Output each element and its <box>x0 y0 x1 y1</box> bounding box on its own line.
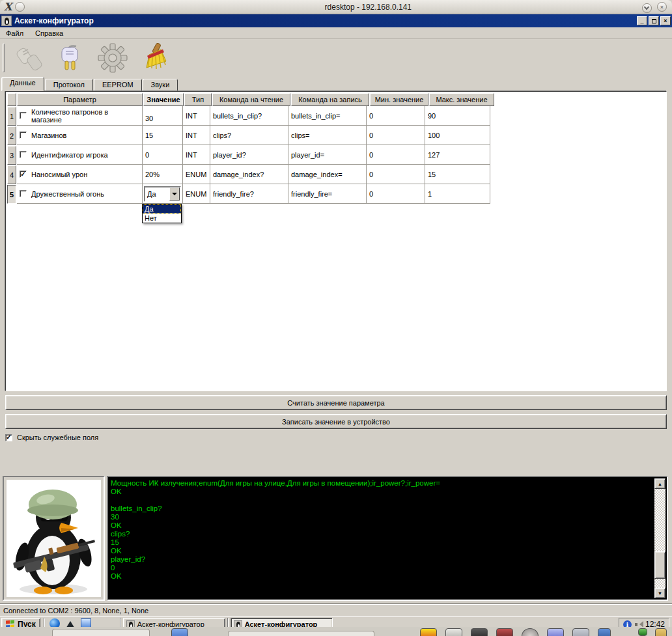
read-cmd-cell: bullets_in_clip? <box>210 106 288 126</box>
tab-data[interactable]: Данные <box>1 77 44 91</box>
wm-close-button[interactable]: × <box>657 2 667 12</box>
combobox-drop-button[interactable] <box>169 187 180 200</box>
host-window-fragment <box>52 629 150 636</box>
header-corner <box>7 93 16 106</box>
write-cmd-cell: clips= <box>288 126 367 145</box>
read-cmd-cell: player_id? <box>210 145 288 165</box>
close-button[interactable]: × <box>660 16 671 25</box>
host-icon[interactable] <box>547 628 564 636</box>
type-cell: ENUM <box>183 184 210 204</box>
type-cell: INT <box>183 106 210 126</box>
host-panel-strip <box>0 627 672 636</box>
header-min[interactable]: Мин. значение <box>370 93 428 106</box>
value-cell: Да <box>143 184 183 204</box>
header-type[interactable]: Тип <box>184 93 212 106</box>
type-cell: ENUM <box>183 165 210 184</box>
value-cell[interactable]: 15 <box>143 126 183 145</box>
host-window-fragment <box>228 631 374 636</box>
table-row: 1 Количество патронов в магазине 30 INT … <box>7 106 495 126</box>
toolbar <box>0 39 672 77</box>
write-cmd-cell: bullets_in_clip= <box>288 106 367 126</box>
param-label: Количество патронов в магазине <box>31 108 139 124</box>
param-cell[interactable]: Идентификатор игрока <box>17 145 143 165</box>
row-checkbox[interactable] <box>20 131 27 139</box>
parameters-table: Параметр Значение Тип Команда на чтение … <box>7 93 495 204</box>
max-cell: 1 <box>425 184 490 204</box>
host-icon[interactable] <box>445 628 462 636</box>
value-cell[interactable]: 0 <box>143 145 183 165</box>
row-number-selected[interactable]: 5 <box>7 185 16 204</box>
host-icon[interactable] <box>496 628 513 636</box>
header-read-cmd[interactable]: Команда на чтение <box>212 93 290 106</box>
hide-fields-checkbox[interactable]: ✓ <box>5 434 12 441</box>
row-number[interactable]: 3 <box>7 146 16 165</box>
gear-settings-icon <box>98 43 128 73</box>
dropdown-option-no[interactable]: Нет <box>143 214 181 223</box>
scrollbar-thumb[interactable] <box>654 551 665 579</box>
terminal-scrollbar[interactable]: ▲ ▼ <box>654 478 665 598</box>
param-cell[interactable]: Магазинов <box>17 126 143 145</box>
menu-help[interactable]: Справка <box>29 28 69 38</box>
param-cell[interactable]: Количество патронов в магазине <box>17 106 143 126</box>
write-cmd-cell: damage_index= <box>288 165 367 184</box>
min-cell: 0 <box>367 126 425 145</box>
settings-button[interactable] <box>96 42 130 74</box>
chevron-down-icon <box>172 193 177 198</box>
app-title: Аскет-конфигуратор <box>14 16 94 25</box>
row-checkbox[interactable] <box>20 190 27 197</box>
restore-button[interactable] <box>649 16 659 25</box>
row-number[interactable]: 4 <box>7 165 16 184</box>
scroll-down-icon[interactable]: ▼ <box>654 588 665 598</box>
status-bar: Connected to COM2 : 9600, 8, None, 1, No… <box>0 604 672 616</box>
value-combobox[interactable]: Да <box>144 186 181 202</box>
terminal-log: Мощность ИК излучения;enum(Для игры на у… <box>107 476 668 601</box>
row-checkbox[interactable] <box>20 151 27 158</box>
combobox-value: Да <box>145 190 169 198</box>
header-param[interactable]: Параметр <box>17 93 143 106</box>
dropdown-option-yes[interactable]: Да <box>143 204 181 214</box>
wm-shade-button[interactable] <box>642 3 652 13</box>
host-icon[interactable] <box>522 628 539 636</box>
wm-title: rdesktop - 192.168.0.141 <box>0 3 626 12</box>
tab-protocol[interactable]: Протокол <box>45 79 93 91</box>
read-cmd-cell: clips? <box>210 126 288 145</box>
row-number[interactable]: 1 <box>7 107 16 126</box>
host-icon[interactable] <box>471 628 488 636</box>
minimize-button[interactable]: _ <box>637 16 647 25</box>
menu-bar: Файл Справка <box>0 27 672 39</box>
row-checkbox-checked[interactable]: ✓ <box>20 171 27 178</box>
connection-status: Connected to COM2 : 9600, 8, None, 1, No… <box>3 607 148 615</box>
clear-button[interactable] <box>137 42 171 74</box>
read-cmd-cell: friendly_fire? <box>210 184 288 204</box>
host-icon[interactable] <box>572 628 589 636</box>
read-parameter-button[interactable]: Считать значение параметра <box>5 395 667 410</box>
toolbar-grip[interactable] <box>3 44 5 72</box>
host-icon[interactable] <box>420 628 437 636</box>
remote-taskbar: Пуск Аскет-конфигуратор Аскет-конфигурат… <box>0 616 672 627</box>
tab-sounds[interactable]: Звуки <box>143 79 178 91</box>
header-max[interactable]: Макс. значение <box>429 93 494 106</box>
write-device-button[interactable]: Записать значение в устройство <box>5 414 667 429</box>
scroll-up-icon[interactable]: ▲ <box>654 478 665 489</box>
param-cell[interactable]: Дружественный огонь <box>17 184 143 204</box>
app-titlebar[interactable]: Аскет-конфигуратор _ × <box>0 14 672 27</box>
terminal-output: Мощность ИК излучения;enum(Для игры на у… <box>111 479 652 598</box>
param-cell[interactable]: ✓Наносимый урон <box>17 165 143 184</box>
value-cell[interactable]: 20% <box>143 165 183 184</box>
host-icon[interactable] <box>638 628 647 636</box>
min-cell: 0 <box>367 165 425 184</box>
header-write-cmd[interactable]: Команда на запись <box>291 93 369 106</box>
value-cell[interactable]: 30 <box>143 106 183 126</box>
disconnect-button[interactable] <box>12 42 46 74</box>
wm-titlebar[interactable]: X rdesktop - 192.168.0.141 × <box>0 0 672 14</box>
host-icon[interactable] <box>655 628 667 636</box>
hide-service-fields[interactable]: ✓ Скрыть служебные поля <box>5 434 98 441</box>
connect-button[interactable] <box>54 42 88 74</box>
row-checkbox[interactable] <box>20 112 27 119</box>
tab-eeprom[interactable]: EEPROM <box>94 79 142 91</box>
host-icon[interactable] <box>598 628 611 636</box>
header-value[interactable]: Значение <box>143 93 184 106</box>
menu-file[interactable]: Файл <box>0 28 29 38</box>
host-icon[interactable] <box>171 628 188 636</box>
row-number[interactable]: 2 <box>7 126 16 145</box>
